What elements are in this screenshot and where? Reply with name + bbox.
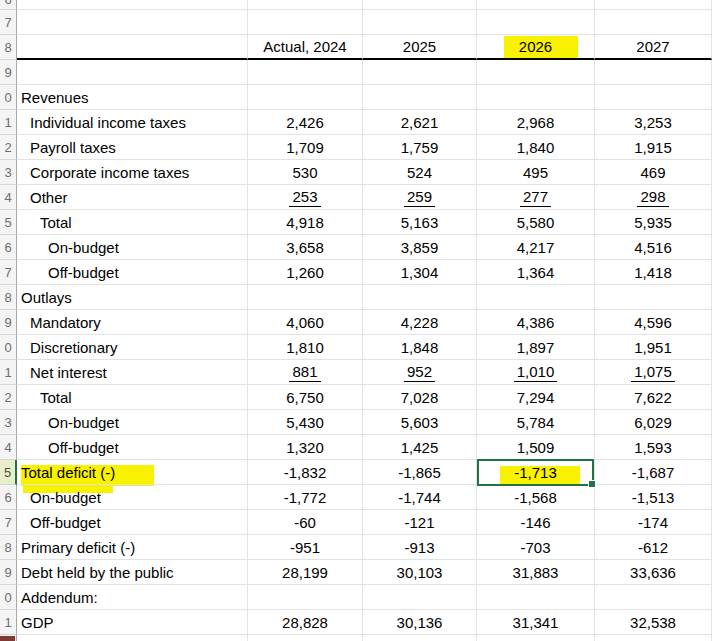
sheet-cell[interactable]: 1,848 [363,335,477,360]
sheet-cell[interactable]: 1,418 [595,260,712,285]
sheet-cell[interactable]: 1,897 [477,335,595,360]
sheet-cell[interactable] [363,285,477,310]
sheet-cell[interactable]: 5,603 [363,410,477,435]
row-label-cell[interactable]: Primary deficit (-) [17,535,248,560]
row-header[interactable]: 8 [0,35,17,60]
sheet-cell[interactable] [248,585,363,610]
sheet-cell[interactable]: 5,935 [595,210,712,235]
column-header-cell[interactable]: 2025 [363,35,477,60]
row-header[interactable]: 6 [0,0,17,10]
sheet-cell[interactable]: 1,509 [477,435,595,460]
row-label-cell[interactable]: Off-budget [17,260,248,285]
sheet-cell[interactable] [595,635,712,641]
sheet-cell[interactable]: 5,580 [477,210,595,235]
sheet-cell[interactable] [248,85,363,110]
sheet-cell[interactable]: 1,320 [248,435,363,460]
row-header[interactable]: 8 [0,285,17,310]
sheet-cell[interactable]: 4,918 [248,210,363,235]
row-label-cell[interactable]: Debt held by the public [17,560,248,585]
row-header[interactable]: 1 [0,360,17,385]
row-header[interactable]: 6 [0,485,17,510]
sheet-cell[interactable]: 1,364 [477,260,595,285]
row-label-cell[interactable]: Total [17,210,248,235]
sheet-cell[interactable]: 2,426 [248,110,363,135]
sheet-cell[interactable] [595,0,712,10]
row-label-cell[interactable]: Net interest [17,360,248,385]
sheet-cell[interactable]: 4,516 [595,235,712,260]
sheet-cell[interactable]: 1,915 [595,135,712,160]
sheet-cell[interactable]: 4,060 [248,310,363,335]
row-header[interactable]: 1 [0,110,17,135]
selected-cell-border[interactable] [477,459,594,486]
row-label-cell[interactable]: Payroll taxes [17,135,248,160]
row-header[interactable]: 3 [0,160,17,185]
sheet-cell[interactable] [363,85,477,110]
row-header[interactable]: 4 [0,185,17,210]
sheet-cell[interactable] [595,85,712,110]
sheet-cell[interactable]: 469 [595,160,712,185]
sheet-cell[interactable]: 524 [363,160,477,185]
row-header[interactable]: 9 [0,60,17,85]
sheet-cell[interactable] [363,10,477,35]
sheet-cell[interactable] [248,285,363,310]
row-header[interactable]: 5 [0,210,17,235]
sheet-cell[interactable]: 3,859 [363,235,477,260]
sheet-cell[interactable]: 31,883 [477,560,595,585]
sheet-cell[interactable]: 7,622 [595,385,712,410]
sheet-cell[interactable]: 7,028 [363,385,477,410]
sheet-cell[interactable] [363,585,477,610]
sheet-cell[interactable]: 530 [248,160,363,185]
row-label-cell[interactable]: On-budget [17,410,248,435]
sheet-cell[interactable]: 30,103 [363,560,477,585]
sheet-cell[interactable]: 259 [363,185,477,210]
sheet-cell[interactable]: 1,425 [363,435,477,460]
sheet-cell[interactable]: 6,029 [595,410,712,435]
row-header[interactable]: 0 [0,585,17,610]
row-header[interactable]: 9 [0,560,17,585]
row-label-cell[interactable]: Other [17,185,248,210]
row-label-cell[interactable]: Off-budget [17,435,248,460]
sheet-cell[interactable]: -612 [595,535,712,560]
sheet-cell[interactable]: 7,294 [477,385,595,410]
row-label-cell[interactable]: Mandatory [17,310,248,335]
row-label-cell[interactable] [17,0,248,10]
row-label-cell[interactable]: On-budget [17,485,248,510]
sheet-cell[interactable]: 253 [248,185,363,210]
sheet-cell[interactable]: -1,568 [477,485,595,510]
sheet-cell[interactable]: 1,810 [248,335,363,360]
row-label-cell[interactable]: Discretionary [17,335,248,360]
sheet-cell[interactable] [363,60,477,85]
sheet-cell[interactable]: 33,636 [595,560,712,585]
sheet-cell[interactable]: 1,840 [477,135,595,160]
sheet-cell[interactable] [477,285,595,310]
sheet-cell[interactable]: 4,217 [477,235,595,260]
sheet-cell[interactable]: 277 [477,185,595,210]
sheet-cell[interactable]: -1,513 [595,485,712,510]
sheet-cell[interactable]: -146 [477,510,595,535]
sheet-cell[interactable]: 5,430 [248,410,363,435]
row-header[interactable]: 5 [0,460,17,485]
row-header[interactable]: 3 [0,410,17,435]
sheet-cell[interactable] [477,85,595,110]
column-header-cell[interactable]: 2026 [477,35,595,60]
sheet-cell[interactable]: -1,832 [248,460,363,485]
sheet-cell[interactable]: -913 [363,535,477,560]
sheet-cell[interactable] [363,635,477,641]
row-label-cell[interactable]: Total deficit (-) [17,460,248,485]
row-label-cell[interactable]: Addendum: [17,585,248,610]
sheet-cell[interactable] [363,0,477,10]
row-label-cell[interactable]: Individual income taxes [17,110,248,135]
sheet-cell[interactable]: 5,784 [477,410,595,435]
row-header[interactable]: 7 [0,260,17,285]
sheet-cell[interactable]: 2,968 [477,110,595,135]
sheet-cell[interactable]: 2,621 [363,110,477,135]
sheet-cell[interactable]: 32,538 [595,610,712,635]
sheet-cell[interactable]: 1,709 [248,135,363,160]
sheet-cell[interactable]: 31,341 [477,610,595,635]
row-label-cell[interactable]: On-budget [17,235,248,260]
sheet-cell[interactable] [477,10,595,35]
sheet-cell[interactable] [248,60,363,85]
sheet-cell[interactable]: 6,750 [248,385,363,410]
row-label-cell[interactable]: GDP [17,610,248,635]
sheet-cell[interactable] [248,10,363,35]
